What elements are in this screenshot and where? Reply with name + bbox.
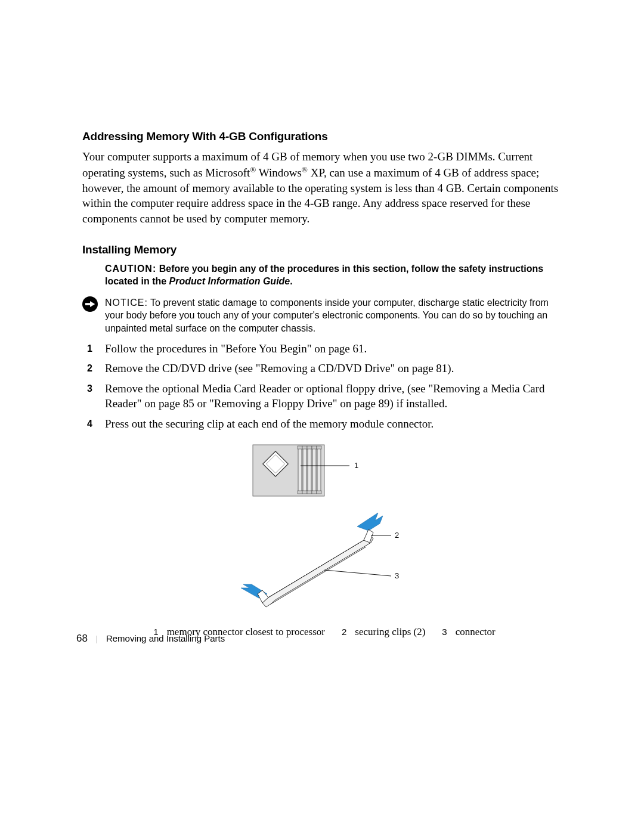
list-item: Press out the securing clip at each end … bbox=[82, 416, 566, 432]
svg-rect-5 bbox=[298, 448, 302, 491]
svg-rect-11 bbox=[302, 446, 307, 449]
caution-ref: Product Information Guide bbox=[169, 276, 290, 286]
diagram-label-1: 1 bbox=[354, 461, 358, 470]
list-item: Remove the optional Media Card Reader or… bbox=[82, 381, 566, 411]
notice-block: NOTICE: To prevent static damage to comp… bbox=[82, 296, 566, 335]
callout-item: 2securing clips (2) bbox=[342, 626, 425, 638]
svg-rect-1 bbox=[85, 303, 91, 305]
svg-rect-12 bbox=[307, 446, 312, 449]
svg-rect-7 bbox=[308, 448, 311, 491]
section-heading-addressing: Addressing Memory With 4-GB Configuratio… bbox=[82, 130, 566, 143]
svg-rect-15 bbox=[298, 491, 302, 494]
registered-mark-icon: ® bbox=[250, 165, 256, 174]
footer-section: Removing and Installing Parts bbox=[106, 633, 225, 643]
caution-block: CAUTION: Before you begin any of the pro… bbox=[105, 262, 566, 288]
page-footer: 68 | Removing and Installing Parts bbox=[76, 633, 225, 645]
memory-connector-diagram: 1 2 3 bbox=[241, 440, 408, 613]
svg-rect-13 bbox=[312, 446, 317, 449]
svg-rect-16 bbox=[302, 491, 307, 494]
svg-rect-14 bbox=[317, 446, 321, 449]
diagram-label-2: 2 bbox=[395, 531, 399, 540]
svg-rect-8 bbox=[312, 448, 316, 491]
list-item: Remove the CD/DVD drive (see "Removing a… bbox=[82, 361, 566, 376]
svg-rect-10 bbox=[298, 446, 302, 449]
diagram-container: 1 2 3 bbox=[82, 440, 566, 613]
svg-rect-19 bbox=[317, 491, 321, 494]
arrow-icon bbox=[357, 513, 383, 531]
section-heading-installing: Installing Memory bbox=[82, 243, 566, 256]
diagram-label-3: 3 bbox=[395, 571, 399, 580]
steps-list: Follow the procedures in "Before You Beg… bbox=[82, 341, 566, 432]
page-number: 68 bbox=[76, 633, 88, 645]
notice-text: NOTICE: To prevent static damage to comp… bbox=[105, 296, 566, 335]
caution-suffix: . bbox=[290, 276, 292, 286]
svg-rect-17 bbox=[307, 491, 312, 494]
caution-label: CAUTION: bbox=[105, 264, 156, 274]
section-body-addressing: Your computer supports a maximum of 4 GB… bbox=[82, 149, 566, 227]
page-content: Addressing Memory With 4-GB Configuratio… bbox=[0, 0, 644, 638]
svg-rect-18 bbox=[312, 491, 317, 494]
callout-item: 3connector bbox=[442, 626, 495, 638]
registered-mark-icon: ® bbox=[302, 165, 308, 174]
svg-rect-9 bbox=[317, 448, 321, 491]
notice-arrow-icon bbox=[82, 296, 98, 312]
footer-separator: | bbox=[96, 634, 98, 644]
notice-label: NOTICE: bbox=[105, 298, 148, 308]
svg-line-22 bbox=[324, 570, 391, 576]
svg-rect-6 bbox=[303, 448, 306, 491]
list-item: Follow the procedures in "Before You Beg… bbox=[82, 341, 566, 357]
notice-body: To prevent static damage to components i… bbox=[105, 298, 549, 333]
